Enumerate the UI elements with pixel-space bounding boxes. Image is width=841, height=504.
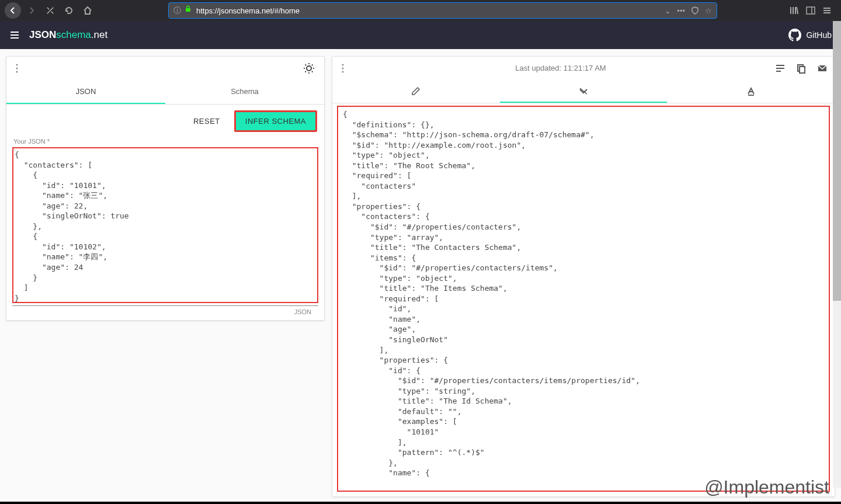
schema-viewer[interactable]: { "definitions": {}, "$schema": "http://… [337,106,830,492]
svg-point-13 [342,67,344,69]
tab-json[interactable]: JSON [6,80,165,104]
tab-edit[interactable] [332,80,500,103]
reset-button[interactable]: RESET [184,110,230,132]
back-button[interactable] [5,2,21,19]
schema-content: { "definitions": {}, "$schema": "http://… [343,109,824,478]
left-tabs: JSON Schema [6,80,324,105]
tab-tree[interactable] [500,80,668,103]
github-link[interactable]: GitHub [788,29,832,41]
chevron-down-icon[interactable]: ⌄ [665,6,671,15]
taskbar [0,502,841,504]
left-more-icon[interactable] [13,61,20,75]
menu-icon[interactable] [822,6,832,15]
svg-rect-19 [800,67,805,73]
dev-tools-button[interactable] [42,2,58,19]
home-button[interactable] [79,2,96,19]
tab-schema[interactable]: Schema [165,80,324,104]
tab-text[interactable] [667,80,835,103]
app-header: JSONschema.net GitHub [0,21,841,49]
json-editor[interactable]: { "contacters": [ { "id": "10101", "name… [12,147,318,303]
gear-icon[interactable] [301,60,317,77]
right-view-tabs [332,80,835,103]
email-icon[interactable] [817,63,828,74]
sidebar-icon[interactable] [806,6,815,15]
main-content: JSON Schema RESET INFER SCHEMA Your JSON… [0,49,841,504]
copy-icon[interactable] [796,63,807,74]
json-input-panel: JSON Schema RESET INFER SCHEMA Your JSON… [6,56,325,321]
library-icon[interactable] [790,6,799,15]
schema-output-panel: Last updated: 11:21:17 AM [332,56,835,497]
svg-point-10 [16,67,18,69]
svg-point-11 [16,71,18,72]
url-bar[interactable]: ⓘ https://jsonschema.net/#/home ⌄ ••• ☆ [168,2,717,19]
url-text[interactable]: https://jsonschema.net/#/home [196,6,660,15]
github-icon [788,29,801,41]
svg-rect-1 [807,7,815,14]
svg-rect-0 [186,8,190,12]
star-icon[interactable]: ☆ [705,6,712,15]
json-input-label: Your JSON * [6,138,324,145]
wrap-text-icon[interactable] [775,63,786,74]
svg-point-12 [342,64,344,65]
right-more-icon[interactable] [339,61,346,75]
svg-point-14 [342,71,344,72]
svg-point-9 [16,64,18,65]
last-updated-text: Last updated: 11:21:17 AM [346,64,775,72]
forward-button[interactable] [23,2,40,19]
app-title: JSONschema.net [29,29,107,41]
page-scrollbar[interactable] [833,21,841,488]
json-helper-text: JSON [12,305,318,320]
more-dots-icon[interactable]: ••• [677,6,685,15]
hamburger-icon[interactable] [9,30,20,40]
reload-button[interactable] [61,2,77,19]
browser-toolbar: ⓘ https://jsonschema.net/#/home ⌄ ••• ☆ [0,0,841,21]
json-content[interactable]: { "contacters": [ { "id": "10101", "name… [13,148,317,303]
scrollbar-thumb[interactable] [833,21,841,301]
info-icon[interactable]: ⓘ [173,5,181,16]
lock-icon [185,5,192,16]
infer-schema-button[interactable]: INFER SCHEMA [234,110,317,132]
shield-icon[interactable] [691,6,699,15]
